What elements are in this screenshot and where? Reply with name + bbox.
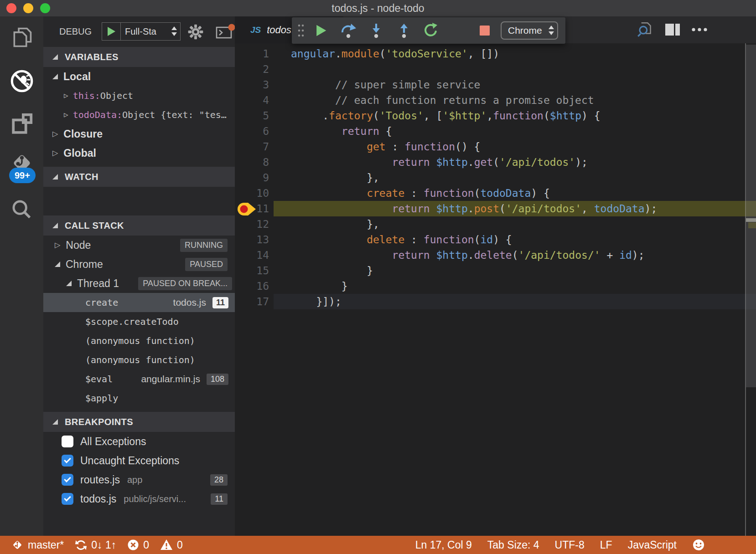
line-number[interactable]: 7 bbox=[235, 139, 269, 154]
scope-row[interactable]: ▷Closure bbox=[43, 124, 235, 144]
git-branch-item[interactable]: master* bbox=[11, 539, 64, 551]
stack-frame-row[interactable]: (anonymous function) bbox=[43, 350, 235, 369]
more-actions-button[interactable] bbox=[689, 21, 709, 39]
line-number[interactable]: 15 bbox=[235, 263, 269, 278]
stack-frame-row[interactable]: createtodos.js11 bbox=[43, 293, 235, 312]
stack-frame-row[interactable]: $evalangular.min.js108 bbox=[43, 369, 235, 389]
debug-session-row[interactable]: Thread 1PAUSED ON BREAK... bbox=[43, 274, 235, 293]
gear-icon bbox=[187, 24, 204, 40]
line-number[interactable]: 14 bbox=[235, 247, 269, 263]
eol-item[interactable]: LF bbox=[600, 539, 612, 551]
vscode-window: todos.js - node-todo bbox=[0, 0, 756, 554]
zoom-button[interactable] bbox=[40, 3, 50, 13]
start-debug-button[interactable] bbox=[102, 22, 121, 41]
step-over-icon bbox=[340, 23, 357, 38]
line-number[interactable]: 17 bbox=[235, 294, 269, 309]
stack-frame-row[interactable]: (anonymous function) bbox=[43, 331, 235, 350]
debug-no-bug-icon bbox=[10, 69, 34, 93]
stack-frame-row[interactable]: $apply bbox=[43, 389, 235, 408]
debug-sidebar: DEBUG Full-Sta bbox=[43, 16, 235, 536]
restart-button[interactable] bbox=[420, 21, 440, 41]
stop-button[interactable] bbox=[475, 21, 495, 41]
code-line: // super simple service bbox=[291, 77, 480, 92]
language-mode-item[interactable]: JavaScript bbox=[628, 539, 677, 551]
activity-item-extensions[interactable] bbox=[0, 108, 43, 140]
warnings-item[interactable]: 0 bbox=[160, 539, 183, 551]
line-number[interactable]: 8 bbox=[235, 154, 269, 170]
breakpoint-current-line-icon[interactable] bbox=[237, 202, 256, 216]
errors-item[interactable]: 0 bbox=[127, 539, 149, 551]
variables-section-header[interactable]: VARIABLES bbox=[43, 47, 235, 67]
branch-label: master* bbox=[28, 539, 64, 551]
debug-toolbar: Chrome bbox=[292, 17, 565, 44]
debug-session-row[interactable]: ▷NodeRUNNING bbox=[43, 236, 235, 255]
close-button[interactable] bbox=[6, 3, 16, 13]
breakpoints-section-title: BREAKPOINTS bbox=[65, 417, 133, 427]
tab-size-item[interactable]: Tab Size: 4 bbox=[487, 539, 539, 551]
line-number[interactable]: 5 bbox=[235, 108, 269, 123]
step-out-button[interactable] bbox=[394, 21, 414, 41]
breakpoint-row[interactable]: routes.jsapp28 bbox=[43, 470, 235, 489]
launch-config-select[interactable]: Full-Sta bbox=[120, 22, 181, 41]
find-in-file-button[interactable] bbox=[635, 21, 655, 39]
cursor-position-item[interactable]: Ln 17, Col 9 bbox=[415, 539, 472, 551]
breakpoint-row[interactable]: All Exceptions bbox=[43, 432, 235, 451]
debug-session-picker[interactable]: Chrome bbox=[501, 21, 558, 40]
breakpoint-checkbox[interactable] bbox=[62, 493, 73, 505]
line-number[interactable]: 3 bbox=[235, 77, 269, 92]
code-token: module bbox=[342, 48, 379, 60]
stack-frame-row[interactable]: (anonymous function) bbox=[43, 408, 235, 412]
code-token: return bbox=[392, 249, 430, 261]
configure-launch-button[interactable] bbox=[187, 24, 204, 42]
stack-frame-row[interactable]: $scope.createTodo bbox=[43, 312, 235, 331]
breakpoint-checkbox[interactable] bbox=[62, 474, 73, 486]
code-editor[interactable]: 1234567891011121314151617 angular.module… bbox=[235, 43, 756, 536]
line-number[interactable]: 12 bbox=[235, 216, 269, 232]
editor-scrollbar[interactable] bbox=[745, 43, 756, 536]
line-number[interactable]: 13 bbox=[235, 232, 269, 247]
callstack-section-header[interactable]: CALL STACK bbox=[43, 215, 235, 236]
scope-row[interactable]: ▷Global bbox=[43, 144, 235, 163]
twistie-expanded-icon bbox=[52, 223, 58, 228]
frame-name: (anonymous function) bbox=[85, 354, 195, 365]
split-editor-icon bbox=[664, 22, 681, 37]
activity-item-debug[interactable] bbox=[0, 65, 43, 97]
step-over-button[interactable] bbox=[338, 21, 358, 41]
breakpoint-row[interactable]: todos.jspublic/js/servi...11 bbox=[43, 489, 235, 508]
variable-row[interactable]: ▷this: Object bbox=[43, 86, 235, 105]
minimize-button[interactable] bbox=[23, 3, 33, 13]
code-token bbox=[291, 187, 367, 199]
feedback-smiley-item[interactable] bbox=[692, 539, 705, 551]
sync-item[interactable]: 0↓ 1↑ bbox=[75, 539, 116, 551]
split-editor-button[interactable] bbox=[663, 21, 683, 39]
scope-row[interactable]: Local bbox=[43, 67, 235, 86]
line-number[interactable]: 6 bbox=[235, 123, 269, 139]
line-number[interactable]: 10 bbox=[235, 185, 269, 201]
line-number[interactable]: 16 bbox=[235, 278, 269, 294]
breakpoint-checkbox[interactable] bbox=[62, 436, 73, 447]
breakpoint-checkbox[interactable] bbox=[62, 455, 73, 467]
line-number[interactable]: 4 bbox=[235, 92, 269, 108]
activity-item-explorer[interactable] bbox=[0, 21, 43, 53]
line-number[interactable]: 1 bbox=[235, 46, 269, 62]
drag-grip-icon[interactable] bbox=[296, 23, 306, 38]
code-token: id bbox=[480, 234, 493, 246]
state-badge: PAUSED ON BREAK... bbox=[138, 277, 232, 290]
code-token: . bbox=[468, 156, 474, 168]
debug-session-row[interactable]: ChromePAUSED bbox=[43, 255, 235, 274]
code-token: id bbox=[619, 249, 632, 261]
breakpoints-section-header[interactable]: BREAKPOINTS bbox=[43, 412, 235, 432]
watch-section-header[interactable]: WATCH bbox=[43, 167, 235, 187]
encoding-item[interactable]: UTF-8 bbox=[555, 539, 585, 551]
step-into-button[interactable] bbox=[366, 21, 386, 41]
breakpoint-row[interactable]: Uncaught Exceptions bbox=[43, 451, 235, 470]
variable-row[interactable]: ▷todoData: Object {text: "tes… bbox=[43, 105, 235, 124]
line-number[interactable]: 2 bbox=[235, 62, 269, 77]
continue-button[interactable] bbox=[311, 21, 331, 41]
line-number[interactable]: 9 bbox=[235, 170, 269, 185]
clipped-row: (anonymous function) bbox=[43, 408, 235, 412]
code-token: : bbox=[386, 141, 405, 153]
debug-console-button[interactable] bbox=[216, 24, 235, 42]
scrollbar-slider[interactable] bbox=[746, 45, 756, 387]
activity-item-search[interactable] bbox=[0, 194, 43, 226]
